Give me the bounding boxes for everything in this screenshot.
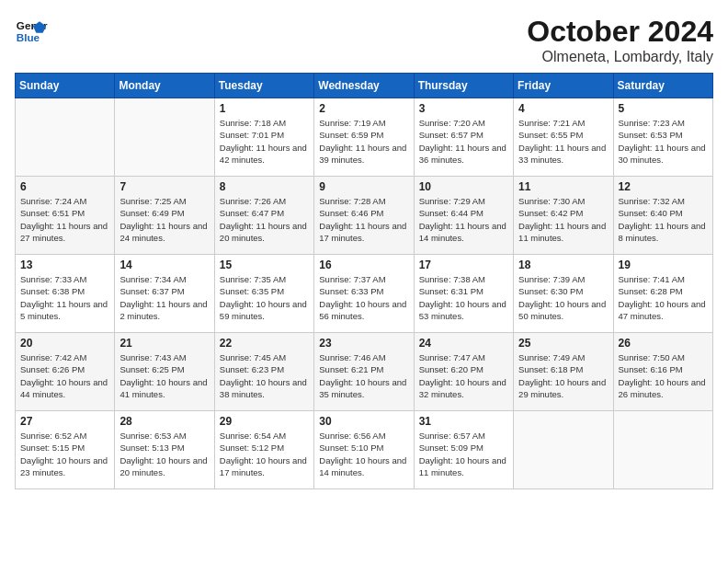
cell-info: Sunrise: 7:35 AMSunset: 6:35 PMDaylight:… xyxy=(220,273,309,322)
calendar-cell: 23Sunrise: 7:46 AMSunset: 6:21 PMDayligh… xyxy=(314,333,414,411)
day-number: 20 xyxy=(20,337,109,350)
calendar-cell: 19Sunrise: 7:41 AMSunset: 6:28 PMDayligh… xyxy=(613,255,712,333)
cell-info: Sunrise: 7:24 AMSunset: 6:51 PMDaylight:… xyxy=(20,195,109,244)
day-number: 4 xyxy=(518,102,608,115)
day-number: 22 xyxy=(220,337,309,350)
logo: General Blue xyxy=(15,15,48,48)
calendar-cell: 20Sunrise: 7:42 AMSunset: 6:26 PMDayligh… xyxy=(16,333,115,411)
cell-info: Sunrise: 7:39 AMSunset: 6:30 PMDaylight:… xyxy=(518,273,608,322)
day-number: 1 xyxy=(220,102,309,115)
cell-info: Sunrise: 7:50 AMSunset: 6:16 PMDaylight:… xyxy=(619,351,708,400)
weekday-header-cell: Monday xyxy=(115,74,214,98)
day-number: 28 xyxy=(119,415,209,428)
day-number: 30 xyxy=(319,415,408,428)
weekday-header-cell: Sunday xyxy=(16,74,115,98)
weekday-header-cell: Saturday xyxy=(613,74,712,98)
calendar-cell: 2Sunrise: 7:19 AMSunset: 6:59 PMDaylight… xyxy=(314,98,414,177)
cell-info: Sunrise: 7:23 AMSunset: 6:53 PMDaylight:… xyxy=(619,117,708,166)
calendar-week-row: 13Sunrise: 7:33 AMSunset: 6:38 PMDayligh… xyxy=(16,255,713,333)
calendar-week-row: 20Sunrise: 7:42 AMSunset: 6:26 PMDayligh… xyxy=(16,333,713,411)
calendar-cell: 24Sunrise: 7:47 AMSunset: 6:20 PMDayligh… xyxy=(414,333,513,411)
cell-info: Sunrise: 7:30 AMSunset: 6:42 PMDaylight:… xyxy=(518,195,608,244)
day-number: 27 xyxy=(20,415,109,428)
cell-info: Sunrise: 6:54 AMSunset: 5:12 PMDaylight:… xyxy=(220,430,309,478)
day-number: 19 xyxy=(619,259,708,271)
cell-info: Sunrise: 7:29 AMSunset: 6:44 PMDaylight:… xyxy=(419,195,508,244)
calendar-week-row: 6Sunrise: 7:24 AMSunset: 6:51 PMDaylight… xyxy=(16,177,713,255)
day-number: 3 xyxy=(419,102,508,115)
calendar-cell: 14Sunrise: 7:34 AMSunset: 6:37 PMDayligh… xyxy=(115,255,214,333)
day-number: 26 xyxy=(619,337,708,350)
day-number: 7 xyxy=(119,180,209,193)
calendar-cell: 27Sunrise: 6:52 AMSunset: 5:15 PMDayligh… xyxy=(16,411,115,489)
cell-info: Sunrise: 7:32 AMSunset: 6:40 PMDaylight:… xyxy=(619,195,708,244)
day-number: 18 xyxy=(518,259,608,271)
day-number: 25 xyxy=(518,337,608,350)
cell-info: Sunrise: 7:45 AMSunset: 6:23 PMDaylight:… xyxy=(220,351,309,400)
cell-info: Sunrise: 7:42 AMSunset: 6:26 PMDaylight:… xyxy=(20,351,109,400)
calendar-cell: 29Sunrise: 6:54 AMSunset: 5:12 PMDayligh… xyxy=(214,411,313,489)
cell-info: Sunrise: 7:43 AMSunset: 6:25 PMDaylight:… xyxy=(119,351,209,400)
cell-info: Sunrise: 7:25 AMSunset: 6:49 PMDaylight:… xyxy=(119,195,209,244)
calendar-cell: 31Sunrise: 6:57 AMSunset: 5:09 PMDayligh… xyxy=(414,411,513,489)
calendar-cell: 17Sunrise: 7:38 AMSunset: 6:31 PMDayligh… xyxy=(414,255,513,333)
cell-info: Sunrise: 7:18 AMSunset: 7:01 PMDaylight:… xyxy=(220,117,309,166)
day-number: 21 xyxy=(119,337,209,350)
day-number: 9 xyxy=(319,180,408,193)
cell-info: Sunrise: 7:20 AMSunset: 6:57 PMDaylight:… xyxy=(419,117,508,166)
calendar-cell: 4Sunrise: 7:21 AMSunset: 6:55 PMDaylight… xyxy=(514,98,613,177)
day-number: 11 xyxy=(518,180,608,193)
day-number: 14 xyxy=(119,259,209,271)
day-number: 23 xyxy=(319,337,408,350)
cell-info: Sunrise: 6:53 AMSunset: 5:13 PMDaylight:… xyxy=(119,430,209,478)
day-number: 31 xyxy=(419,415,508,428)
calendar-cell: 16Sunrise: 7:37 AMSunset: 6:33 PMDayligh… xyxy=(314,255,414,333)
weekday-header-row: SundayMondayTuesdayWednesdayThursdayFrid… xyxy=(16,74,713,98)
day-number: 16 xyxy=(319,259,408,271)
calendar-cell xyxy=(613,411,712,489)
weekday-header-cell: Friday xyxy=(514,74,613,98)
calendar-cell xyxy=(514,411,613,489)
weekday-header-cell: Thursday xyxy=(414,74,513,98)
calendar-cell: 28Sunrise: 6:53 AMSunset: 5:13 PMDayligh… xyxy=(115,411,214,489)
cell-info: Sunrise: 7:37 AMSunset: 6:33 PMDaylight:… xyxy=(319,273,408,322)
cell-info: Sunrise: 7:26 AMSunset: 6:47 PMDaylight:… xyxy=(220,195,309,244)
calendar-cell: 9Sunrise: 7:28 AMSunset: 6:46 PMDaylight… xyxy=(314,177,414,255)
calendar-cell: 12Sunrise: 7:32 AMSunset: 6:40 PMDayligh… xyxy=(613,177,712,255)
calendar-body: 1Sunrise: 7:18 AMSunset: 7:01 PMDaylight… xyxy=(16,98,713,489)
month-title: October 2024 xyxy=(527,15,713,49)
day-number: 5 xyxy=(619,102,708,115)
cell-info: Sunrise: 7:28 AMSunset: 6:46 PMDaylight:… xyxy=(319,195,408,244)
calendar-cell: 11Sunrise: 7:30 AMSunset: 6:42 PMDayligh… xyxy=(514,177,613,255)
calendar-cell xyxy=(16,98,115,177)
day-number: 24 xyxy=(419,337,508,350)
calendar-cell: 15Sunrise: 7:35 AMSunset: 6:35 PMDayligh… xyxy=(214,255,313,333)
calendar-cell: 13Sunrise: 7:33 AMSunset: 6:38 PMDayligh… xyxy=(16,255,115,333)
cell-info: Sunrise: 6:56 AMSunset: 5:10 PMDaylight:… xyxy=(319,430,408,478)
day-number: 12 xyxy=(619,180,708,193)
calendar-cell: 30Sunrise: 6:56 AMSunset: 5:10 PMDayligh… xyxy=(314,411,414,489)
calendar-week-row: 1Sunrise: 7:18 AMSunset: 7:01 PMDaylight… xyxy=(16,98,713,177)
calendar-cell: 8Sunrise: 7:26 AMSunset: 6:47 PMDaylight… xyxy=(214,177,313,255)
logo-icon: General Blue xyxy=(15,15,48,48)
calendar-cell: 6Sunrise: 7:24 AMSunset: 6:51 PMDaylight… xyxy=(16,177,115,255)
weekday-header-cell: Wednesday xyxy=(314,74,414,98)
cell-info: Sunrise: 7:34 AMSunset: 6:37 PMDaylight:… xyxy=(119,273,209,322)
calendar-cell: 3Sunrise: 7:20 AMSunset: 6:57 PMDaylight… xyxy=(414,98,513,177)
day-number: 8 xyxy=(220,180,309,193)
calendar-cell: 1Sunrise: 7:18 AMSunset: 7:01 PMDaylight… xyxy=(214,98,313,177)
cell-info: Sunrise: 7:46 AMSunset: 6:21 PMDaylight:… xyxy=(319,351,408,400)
day-number: 17 xyxy=(419,259,508,271)
day-number: 6 xyxy=(20,180,109,193)
calendar-cell: 21Sunrise: 7:43 AMSunset: 6:25 PMDayligh… xyxy=(115,333,214,411)
calendar-cell: 22Sunrise: 7:45 AMSunset: 6:23 PMDayligh… xyxy=(214,333,313,411)
cell-info: Sunrise: 7:49 AMSunset: 6:18 PMDaylight:… xyxy=(518,351,608,400)
calendar-cell xyxy=(115,98,214,177)
calendar-cell: 18Sunrise: 7:39 AMSunset: 6:30 PMDayligh… xyxy=(514,255,613,333)
weekday-header-cell: Tuesday xyxy=(214,74,313,98)
page-header: General Blue October 2024 Olmeneta, Lomb… xyxy=(15,15,713,65)
cell-info: Sunrise: 7:41 AMSunset: 6:28 PMDaylight:… xyxy=(619,273,708,322)
day-number: 29 xyxy=(220,415,309,428)
title-area: October 2024 Olmeneta, Lombardy, Italy xyxy=(527,15,713,65)
calendar-cell: 10Sunrise: 7:29 AMSunset: 6:44 PMDayligh… xyxy=(414,177,513,255)
